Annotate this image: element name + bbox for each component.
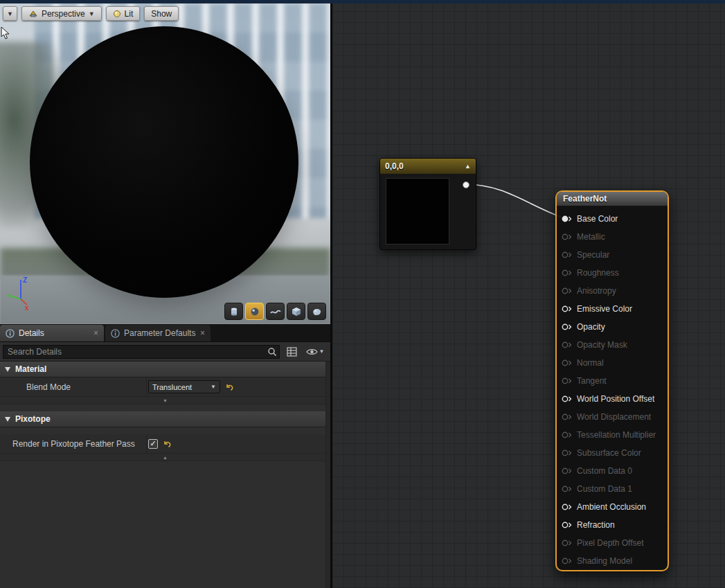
- pin-icon: [562, 215, 573, 223]
- pin-icon: [562, 431, 573, 439]
- constant-color-node[interactable]: 0,0,0 ▲: [379, 158, 476, 250]
- category-material[interactable]: Material: [0, 362, 330, 377]
- constant-output-pin[interactable]: [463, 181, 469, 188]
- material-pin[interactable]: Specular: [557, 246, 668, 264]
- category-pixotope[interactable]: Pixotope: [0, 411, 330, 427]
- feather-pass-checkbox[interactable]: ✓: [148, 439, 158, 449]
- preview-shape-sphere-button[interactable]: [245, 303, 264, 320]
- expander-up-icon: ▲: [163, 455, 168, 460]
- mesh-icon: [312, 307, 322, 317]
- preview-shape-buttons: [224, 303, 326, 320]
- material-pin[interactable]: Anisotropy: [557, 282, 668, 300]
- blend-mode-label: Blend Mode: [0, 377, 147, 396]
- collapse-node-icon[interactable]: ▲: [465, 163, 471, 170]
- pin-label: Refraction: [577, 520, 615, 530]
- view-options-button[interactable]: ▼: [303, 344, 327, 359]
- material-result-node[interactable]: FeatherNot Base Color Metallic Specular: [555, 190, 669, 571]
- pin-icon: [562, 539, 573, 547]
- expander-down-icon: ▼: [163, 398, 168, 403]
- material-pin[interactable]: Pixel Depth Offset: [557, 534, 668, 552]
- pin-label: Ambient Occlusion: [577, 502, 646, 512]
- material-pin[interactable]: Base Color: [557, 210, 668, 228]
- tab-parameter-defaults[interactable]: Parameter Defaults ×: [105, 325, 211, 341]
- collapse-expander[interactable]: ▲: [0, 454, 330, 461]
- category-expanded-icon: [4, 416, 11, 422]
- material-pin[interactable]: Opacity Mask: [557, 336, 668, 354]
- reset-to-default-icon[interactable]: [163, 440, 171, 448]
- pin-label: Opacity: [577, 322, 605, 332]
- grid-icon: [287, 347, 297, 357]
- panel-divider[interactable]: [330, 0, 332, 588]
- perspective-button[interactable]: Perspective ▼: [21, 6, 102, 21]
- close-icon[interactable]: ×: [93, 329, 98, 337]
- chevron-down-icon: ▼: [319, 348, 325, 355]
- perspective-label: Perspective: [42, 9, 85, 19]
- blend-mode-row: Blend Mode Translucent ▼: [0, 377, 330, 397]
- search-box: [3, 345, 280, 359]
- pin-label: Custom Data 0: [577, 466, 632, 476]
- material-graph-canvas[interactable]: 0,0,0 ▲ FeatherNot Base Color Metallic: [332, 0, 725, 588]
- material-node-title: FeatherNot: [563, 194, 607, 204]
- pin-icon: [562, 251, 573, 259]
- category-pixotope-title: Pixotope: [15, 414, 51, 424]
- axis-gizmo: Z x: [4, 273, 36, 312]
- pin-icon: [562, 341, 573, 349]
- material-pin[interactable]: Opacity: [557, 318, 668, 336]
- material-pin[interactable]: Subsurface Color: [557, 444, 668, 462]
- preview-shape-cube-button[interactable]: [287, 303, 305, 320]
- search-input[interactable]: [3, 345, 280, 359]
- material-preview-sphere: [30, 26, 298, 298]
- tab-details[interactable]: Details ×: [0, 325, 104, 341]
- pin-label: Roughness: [577, 268, 619, 278]
- pin-icon: [562, 269, 573, 277]
- material-pin[interactable]: Tessellation Multiplier: [557, 426, 668, 444]
- viewport-options-button[interactable]: ▼: [3, 6, 17, 21]
- material-pin[interactable]: Normal: [557, 354, 668, 372]
- material-node-header[interactable]: FeatherNot: [557, 192, 668, 206]
- category-expanded-icon: [4, 366, 11, 373]
- pin-label: Emissive Color: [577, 304, 632, 314]
- show-button[interactable]: Show: [144, 6, 179, 21]
- details-tab-bar: Details × Parameter Defaults ×: [0, 324, 330, 342]
- pin-label: World Displacement: [577, 412, 651, 422]
- color-swatch[interactable]: [386, 178, 449, 244]
- blend-mode-dropdown[interactable]: Translucent ▼: [148, 380, 220, 393]
- blend-mode-value-cell: Translucent ▼: [147, 377, 330, 396]
- constant-node-title: 0,0,0: [385, 161, 404, 171]
- advanced-expander[interactable]: ▼: [0, 397, 330, 404]
- close-icon[interactable]: ×: [200, 329, 205, 337]
- constant-node-header[interactable]: 0,0,0 ▲: [380, 159, 476, 174]
- material-pin[interactable]: Metallic: [557, 228, 668, 246]
- tab-parameter-defaults-label: Parameter Defaults: [124, 328, 196, 338]
- info-icon: [6, 329, 15, 338]
- material-pin[interactable]: Ambient Occlusion: [557, 498, 668, 516]
- material-pin[interactable]: Emissive Color: [557, 300, 668, 318]
- plane-icon: [270, 307, 281, 317]
- category-material-title: Material: [15, 364, 46, 374]
- material-pin[interactable]: Shading Model: [557, 552, 668, 570]
- material-pin[interactable]: World Position Offset: [557, 390, 668, 408]
- pin-label: Specular: [577, 250, 609, 260]
- preview-viewport[interactable]: ▼ Perspective ▼ Lit Show: [0, 3, 330, 324]
- viewport-toolbar: ▼ Perspective ▼ Lit Show: [3, 6, 179, 21]
- preview-shape-mesh-button[interactable]: [307, 303, 326, 320]
- material-pin[interactable]: Custom Data 0: [557, 462, 668, 480]
- preview-shape-cylinder-button[interactable]: [224, 303, 243, 320]
- reset-to-default-icon[interactable]: [225, 383, 233, 391]
- lit-button[interactable]: Lit: [106, 6, 141, 21]
- feather-pass-row: Render in Pixotope Feather Pass ✓: [0, 434, 330, 454]
- material-pin[interactable]: Tangent: [557, 372, 668, 390]
- pin-icon: [562, 521, 573, 529]
- check-icon: ✓: [150, 440, 156, 447]
- material-pin[interactable]: World Displacement: [557, 408, 668, 426]
- details-scrollbar[interactable]: [325, 362, 330, 588]
- pin-label: Anisotropy: [577, 286, 616, 296]
- pin-label: World Position Offset: [577, 394, 654, 404]
- material-pin[interactable]: Refraction: [557, 516, 668, 534]
- material-pin[interactable]: Roughness: [557, 264, 668, 282]
- display-filter-button[interactable]: [283, 344, 300, 359]
- details-search-row: ▼: [0, 342, 330, 362]
- material-pin[interactable]: Custom Data 1: [557, 480, 668, 498]
- pin-icon: [562, 323, 573, 331]
- preview-shape-plane-button[interactable]: [266, 303, 285, 320]
